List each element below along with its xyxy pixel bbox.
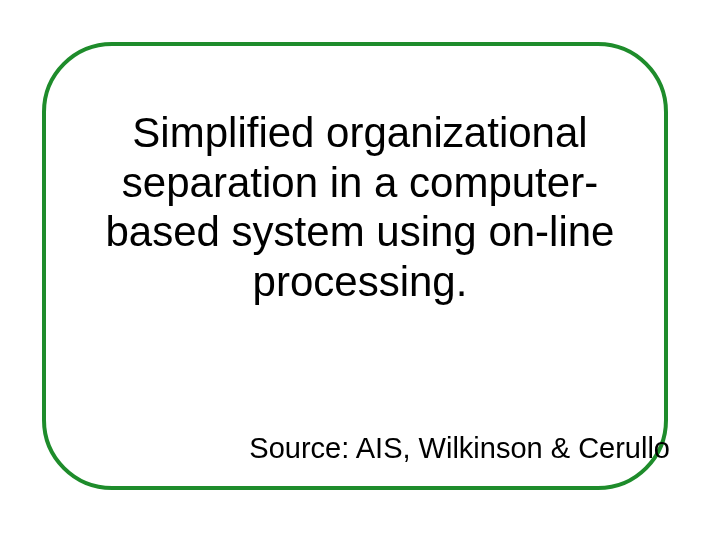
source-citation: Source: AIS, Wilkinson & Cerullo	[150, 432, 670, 465]
slide: Simplified organizational separation in …	[0, 0, 720, 540]
slide-title: Simplified organizational separation in …	[70, 108, 650, 306]
